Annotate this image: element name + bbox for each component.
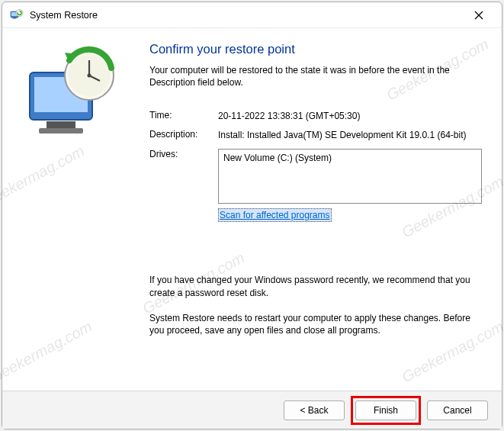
drives-listbox[interactable]: New Volume (C:) (System) [218,149,482,204]
drives-label: Drives: [149,149,218,222]
svg-rect-2 [13,18,17,19]
window-title: System Restore [30,10,464,21]
restart-note: System Restore needs to restart your com… [149,312,482,338]
close-button[interactable] [464,5,494,26]
content-area: Confirm your restore point Your computer… [2,28,502,391]
close-icon [474,11,483,20]
system-restore-window: System Restore [2,2,502,429]
restore-app-icon [10,8,24,22]
drives-column: New Volume (C:) (System) Scan for affect… [218,149,482,222]
restore-illustration-icon [16,45,123,152]
finish-highlight-box: Finish [351,396,421,425]
cancel-button[interactable]: Cancel [427,400,488,420]
time-label: Time: [149,110,218,122]
description-value: Install: Installed Java(TM) SE Developme… [218,129,482,141]
page-heading: Confirm your restore point [149,42,482,56]
svg-rect-9 [39,128,83,133]
drive-item[interactable]: New Volume (C:) (System) [223,152,477,164]
svg-rect-8 [47,121,75,128]
back-button[interactable]: < Back [284,400,345,420]
scan-affected-link[interactable]: Scan for affected programs [218,208,332,222]
time-row: Time: 20-11-2022 13:38:31 (GMT+05:30) [149,110,482,122]
titlebar: System Restore [2,2,502,28]
time-value: 20-11-2022 13:38:31 (GMT+05:30) [218,110,482,122]
drives-row: Drives: New Volume (C:) (System) Scan fo… [149,149,482,222]
finish-button[interactable]: Finish [355,400,416,420]
left-column [16,42,149,383]
right-column: Confirm your restore point Your computer… [149,42,482,383]
description-row: Description: Install: Installed Java(TM)… [149,129,482,141]
password-note: If you have changed your Windows passwor… [149,274,482,300]
footer-buttons: < Back Finish Cancel [2,391,502,429]
description-label: Description: [149,129,218,141]
svg-point-14 [88,74,91,78]
intro-text: Your computer will be restored to the st… [149,64,482,88]
